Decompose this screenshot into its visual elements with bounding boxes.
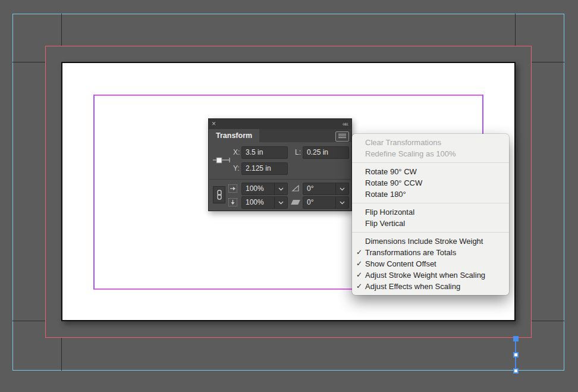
constrain-scale-link-button[interactable] — [213, 186, 225, 203]
transform-panel: × «« Transform X: 3.5 in L: 0.25 in Y: 2… — [208, 118, 352, 211]
menu-item-label: Rotate 90° CCW — [365, 178, 422, 187]
menu-item-label: Flip Horizontal — [365, 208, 414, 217]
scale-x-icon — [228, 184, 237, 193]
chevron-down-icon[interactable] — [335, 183, 348, 195]
menu-item-label: Rotate 90° CW — [365, 167, 417, 176]
rotation-combo[interactable]: 0° — [303, 183, 349, 195]
length-field-label: L: — [295, 146, 301, 159]
menu-item-label: Show Content Offset — [365, 259, 436, 268]
reference-point-proxy[interactable] — [212, 155, 231, 165]
menu-item-label: Adjust Stroke Weight when Scaling — [365, 271, 485, 280]
hamburger-icon — [338, 134, 346, 139]
page-edge-extension — [532, 321, 564, 321]
scale-y-icon — [228, 198, 237, 206]
checkmark-icon: ✓ — [356, 281, 362, 292]
panel-tabstrip: Transform — [209, 129, 351, 142]
menu-item: Clear Transformations — [352, 137, 509, 148]
y-field-label: Y: — [233, 162, 240, 175]
menu-item[interactable]: Flip Horizontal — [352, 206, 509, 218]
menu-item[interactable]: Rotate 90° CW — [352, 166, 509, 177]
menu-item[interactable]: Dimensions Include Stroke Weight — [352, 236, 509, 247]
menu-item-label: Rotate 180° — [365, 190, 406, 199]
close-icon[interactable]: × — [212, 120, 216, 128]
menu-item[interactable]: ✓Show Content Offset — [352, 258, 509, 269]
tab-transform[interactable]: Transform — [209, 129, 259, 142]
menu-item-label: Dimensions Include Stroke Weight — [365, 237, 483, 246]
length-field[interactable]: 0.25 in — [303, 146, 349, 159]
menu-item-label: Clear Transformations — [365, 138, 441, 147]
menu-item-label: Flip Vertical — [365, 219, 405, 228]
collapse-panel-icon[interactable]: «« — [343, 120, 347, 128]
menu-item[interactable]: ✓Transformations are Totals — [352, 247, 509, 258]
menu-section: Clear TransformationsRedefine Scaling as… — [352, 134, 509, 162]
y-position-field[interactable]: 2.125 in — [241, 162, 288, 175]
scale-y-combo[interactable]: 100% — [241, 196, 288, 209]
scale-x-value[interactable]: 100% — [246, 183, 264, 195]
menu-item[interactable]: Rotate 90° CCW — [352, 177, 509, 189]
column-guide-left — [93, 95, 95, 289]
chevron-down-icon[interactable] — [274, 183, 287, 195]
menu-item-label: Redefine Scaling as 100% — [365, 149, 456, 158]
checkmark-icon: ✓ — [356, 247, 362, 258]
menu-item: Redefine Scaling as 100% — [352, 148, 509, 159]
page-edge-extension — [61, 338, 62, 371]
panel-divider — [209, 179, 351, 180]
menu-section: Dimensions Include Stroke Weight✓Transfo… — [352, 232, 509, 295]
rotation-angle-icon — [291, 184, 300, 192]
rotation-value[interactable]: 0° — [307, 183, 313, 195]
selection-handle-top[interactable] — [513, 336, 519, 341]
page-edge-extension — [12, 62, 45, 62]
menu-item[interactable]: Flip Vertical — [352, 218, 509, 229]
x-field-label: X: — [233, 146, 240, 159]
menu-item-label: Adjust Effects when Scaling — [365, 282, 460, 291]
shear-value[interactable]: 0° — [307, 197, 313, 208]
selection-handle-middle[interactable] — [513, 352, 519, 357]
page-edge-extension — [515, 14, 516, 46]
menu-item[interactable]: ✓Adjust Stroke Weight when Scaling — [352, 269, 509, 281]
chevron-down-icon[interactable] — [274, 197, 287, 208]
scale-y-value[interactable]: 100% — [246, 197, 264, 208]
checkmark-icon: ✓ — [356, 269, 362, 281]
menu-section: Rotate 90° CWRotate 90° CCWRotate 180° — [352, 162, 509, 203]
selection-handle-bottom[interactable] — [513, 368, 519, 374]
shear-combo[interactable]: 0° — [303, 196, 349, 209]
margin-guide-top — [93, 95, 483, 96]
x-position-field[interactable]: 3.5 in — [241, 146, 288, 159]
context-menu: Clear TransformationsRedefine Scaling as… — [352, 134, 509, 295]
chain-link-icon — [213, 187, 225, 203]
page-edge-extension — [12, 321, 45, 321]
page-edge-extension — [532, 62, 564, 62]
shear-angle-icon — [291, 200, 300, 205]
panel-menu-button[interactable] — [335, 131, 349, 142]
menu-section: Flip HorizontalFlip Vertical — [352, 203, 509, 232]
menu-item[interactable]: Rotate 180° — [352, 189, 509, 200]
chevron-down-icon[interactable] — [335, 197, 348, 208]
panel-titlebar[interactable]: × «« — [209, 119, 351, 129]
menu-item-label: Transformations are Totals — [365, 248, 456, 257]
menu-item[interactable]: ✓Adjust Effects when Scaling — [352, 281, 509, 292]
scale-x-combo[interactable]: 100% — [241, 183, 288, 195]
checkmark-icon: ✓ — [356, 258, 362, 269]
page-edge-extension — [61, 14, 62, 46]
